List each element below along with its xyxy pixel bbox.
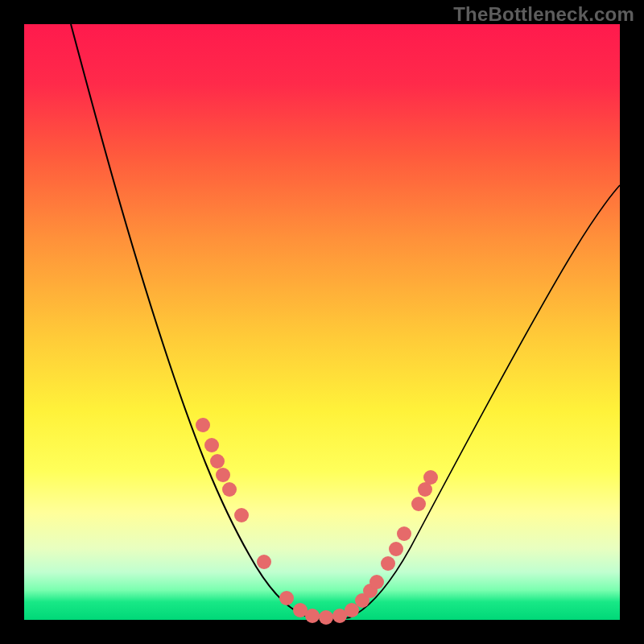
- dot: [196, 418, 210, 432]
- dot: [234, 508, 249, 522]
- dot: [204, 438, 219, 452]
- plot-area: [24, 24, 620, 620]
- dot: [305, 609, 320, 623]
- chart-frame: TheBottleneck.com: [0, 0, 644, 644]
- curve-layer: [24, 24, 620, 620]
- dot: [257, 555, 271, 569]
- dot: [389, 542, 403, 556]
- dot: [423, 470, 438, 485]
- dot: [319, 610, 333, 625]
- watermark-text: TheBottleneck.com: [453, 3, 634, 26]
- dot: [369, 575, 384, 589]
- dot: [279, 591, 294, 605]
- dot: [216, 468, 230, 482]
- dot: [222, 482, 237, 497]
- dot: [397, 526, 411, 541]
- dot: [381, 556, 395, 571]
- dot: [411, 497, 426, 511]
- curve-left: [71, 24, 310, 617]
- dot: [210, 454, 225, 469]
